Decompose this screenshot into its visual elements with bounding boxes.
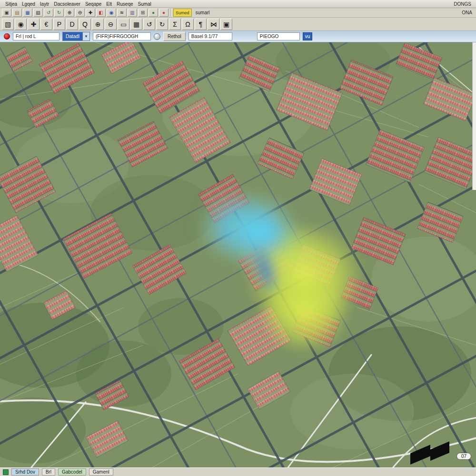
toolbar-tools: ▧◉✚€PDQ⊕⊖▭▦↺↻ΣΩ¶⋈▣ [0, 18, 476, 31]
zoom-out-icon[interactable]: ⊖ [75, 9, 85, 17]
map-badge: 07 [456, 453, 471, 460]
gis-application-window: SitjeaLgqedIaytrDacsoleaverSeqapeEltRuse… [0, 0, 476, 476]
scale-field[interactable]: Basel 9.1/77 [188, 32, 232, 40]
map-scrollbar-right[interactable] [472, 42, 476, 190]
green-status-icon[interactable]: ● [149, 9, 158, 17]
identify-icon[interactable]: ◉ [107, 9, 116, 17]
menu-item-7[interactable]: Ruseqe [114, 1, 135, 7]
statistics-icon[interactable]: Σ [169, 19, 181, 30]
data-source-icon[interactable]: D [66, 19, 78, 30]
pan-icon[interactable]: ✚ [86, 9, 95, 17]
status-items: Srhd DovBrlGabcodelGamenl [11, 468, 113, 476]
zoom-in-icon[interactable]: ⊕ [65, 9, 74, 17]
open-folder-icon[interactable]: ▤ [12, 9, 22, 17]
units-dropdown[interactable]: vu [303, 32, 313, 40]
redo-edit-icon[interactable]: ↻ [156, 19, 168, 30]
zoom-out-map-icon[interactable]: ⊖ [105, 19, 117, 30]
attribute-table-icon[interactable]: ⊞ [138, 9, 148, 17]
menu-item-8[interactable]: Sumal [136, 1, 154, 7]
toolbar-standard: ▣▤▦▧↺↻⊕⊖✚◧◉≋▥⊞●● Sumed sumarl ONA [0, 8, 476, 18]
dataset-dropdown-value: Datadl [63, 32, 82, 40]
menu-item-3[interactable]: Iaytr [38, 1, 51, 7]
print-icon[interactable]: ▧ [33, 9, 43, 17]
full-extent-icon[interactable]: ▭ [118, 19, 129, 30]
status-item-2: Brl [42, 468, 55, 476]
selection-box-icon[interactable]: ▣ [220, 19, 232, 30]
add-feature-icon[interactable]: ✚ [28, 19, 40, 30]
status-item-4: Gamenl [89, 468, 113, 476]
menu-bar: SitjeaLgqedIaytrDacsoleaverSeqapeEltRuse… [0, 0, 476, 8]
map-image [0, 42, 476, 467]
chevron-down-icon[interactable]: ▼ [82, 32, 89, 40]
omega-tool-icon[interactable]: Ω [182, 19, 194, 30]
query-icon[interactable]: Q [79, 19, 91, 30]
status-bar: Srhd DovBrlGabcodelGamenl [0, 467, 476, 476]
window-right-sublabel: ONA [462, 10, 474, 15]
layer-field[interactable]: Frl | rod L [13, 32, 60, 40]
toolbar-edit: Frl | rod L Datadl ▼ (FIFR)FIFRGOOGH Ret… [0, 31, 476, 42]
snap-toggle-icon[interactable] [154, 33, 160, 40]
measure-icon[interactable]: ≋ [117, 9, 127, 17]
undo-edit-icon[interactable]: ↺ [143, 19, 155, 30]
menu-items: SitjeaLgqedIaytrDacsoleaverSeqapeEltRuse… [3, 1, 154, 7]
zoom-in-map-icon[interactable]: ⊕ [92, 19, 104, 30]
map-canvas[interactable]: 07 [0, 42, 476, 467]
euro-tool-icon[interactable]: € [40, 19, 52, 30]
menu-item-4[interactable]: Dacsoleaver [51, 1, 83, 7]
print-layout-icon[interactable]: P [53, 19, 65, 30]
undo-icon[interactable]: ↺ [44, 9, 53, 17]
toolbar-label: sumarl [193, 10, 213, 15]
coordinate-field[interactable]: PIEOGO [257, 32, 300, 40]
locate-icon[interactable]: ◉ [15, 19, 27, 30]
join-icon[interactable]: ⋈ [208, 19, 219, 30]
menu-item-2[interactable]: Lgqed [20, 1, 38, 7]
layers-icon[interactable]: ▥ [128, 9, 137, 17]
map-overview-icon[interactable]: ▧ [2, 19, 14, 30]
menu-item-1[interactable]: Sitjea [3, 1, 20, 7]
new-file-icon[interactable]: ▣ [2, 9, 11, 17]
record-button[interactable] [4, 33, 10, 40]
render-status-icon [3, 469, 9, 475]
toolbar-standard-icons: ▣▤▦▧↺↻⊕⊖✚◧◉≋▥⊞●● [2, 9, 169, 17]
annotation-icon[interactable]: ¶ [195, 19, 207, 30]
menu-item-5[interactable]: Seqape [83, 1, 104, 7]
dataset-dropdown[interactable]: Datadl ▼ [62, 32, 90, 41]
sumed-button[interactable]: Sumed [173, 9, 192, 17]
red-status-icon[interactable]: ● [159, 9, 169, 17]
redo-icon[interactable]: ↻ [54, 9, 64, 17]
menu-item-6[interactable]: Elt [104, 1, 114, 7]
status-item-1: Srhd Dov [11, 468, 39, 476]
save-icon[interactable]: ▦ [23, 9, 32, 17]
status-item-3: Gabcodel [58, 468, 86, 476]
rethol-button[interactable]: Rethol [163, 32, 186, 41]
toolbar-separator [170, 9, 171, 16]
filter-field[interactable]: (FIFR)FIFRGOOGH [93, 32, 151, 40]
select-icon[interactable]: ◧ [96, 9, 106, 17]
window-right-label: DONGS [454, 1, 473, 7]
toolbar-tools-icons: ▧◉✚€PDQ⊕⊖▭▦↺↻ΣΩ¶⋈▣ [2, 19, 232, 30]
grid-icon[interactable]: ▦ [130, 19, 142, 30]
